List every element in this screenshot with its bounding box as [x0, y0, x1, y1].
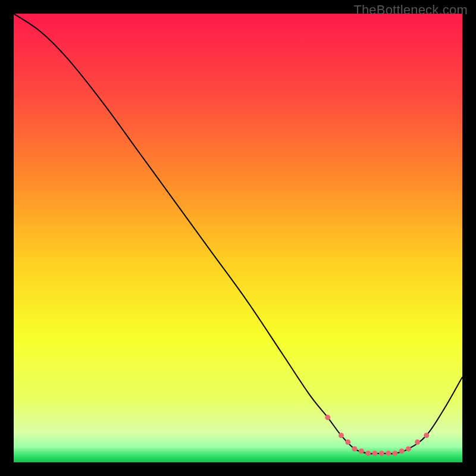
curve-marker [359, 449, 364, 454]
curve-marker [392, 450, 397, 456]
watermark-text: TheBottleneck.com [353, 2, 468, 18]
curve-marker [424, 433, 429, 438]
curve-marker [372, 450, 377, 456]
curve-marker [379, 450, 384, 456]
curve-marker [339, 433, 344, 438]
chart-svg [14, 14, 462, 462]
curve-marker [325, 415, 330, 420]
gradient-background [14, 14, 462, 462]
chart-plot-area [14, 14, 462, 462]
curve-marker [352, 446, 358, 452]
curve-marker [386, 450, 391, 456]
curve-marker [406, 446, 411, 452]
chart-frame: TheBottleneck.com [0, 0, 476, 476]
curve-marker [345, 440, 350, 445]
curve-marker [399, 449, 405, 454]
curve-marker [365, 450, 371, 456]
curve-marker [415, 440, 420, 445]
